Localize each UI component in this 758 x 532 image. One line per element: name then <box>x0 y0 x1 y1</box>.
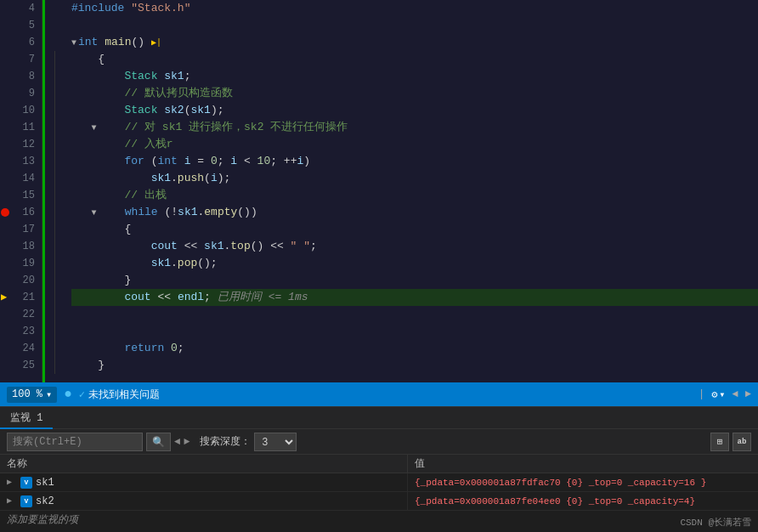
watch-row-sk2[interactable]: ▶ V sk2 {_pdata=0x000001a87fe04ee0 {0} _… <box>0 492 758 511</box>
line-num-24: 24 <box>17 340 35 357</box>
code-line-4: #include "Stack.h" <box>71 0 758 17</box>
code-line-17: { <box>71 221 758 238</box>
watch-table: 名称 值 ▶ V sk1 {_pdata=0x000001a87fdfac70 … <box>0 455 758 529</box>
eye-icon: ⊞ <box>717 436 723 447</box>
code-line-12: // 入栈r <box>71 136 758 153</box>
zoom-control[interactable]: 100 % ▾ <box>7 387 57 403</box>
code-line-23 <box>71 323 758 340</box>
code-line-9: // 默认拷贝构造函数 <box>71 85 758 102</box>
editor-area: ▶ 4 5 6 7 8 9 10 11 12 13 14 15 <box>0 0 758 382</box>
settings-icon: ⚙ <box>711 388 717 401</box>
expand-arrow-sk1[interactable]: ▶ <box>7 473 17 492</box>
line-num-5: 5 <box>17 17 35 34</box>
gutter-line-13 <box>0 153 10 170</box>
gutter-line-16 <box>0 204 10 221</box>
expand-arrow-sk2[interactable]: ▶ <box>7 492 17 511</box>
add-watch-item[interactable]: 添加要监视的项 <box>0 511 758 529</box>
code-line-16: ▼ while (!sk1.empty()) <box>71 204 758 221</box>
code-line-20: } <box>71 272 758 289</box>
line-num-12: 12 <box>17 136 35 153</box>
line-num-16: 16 <box>17 204 35 221</box>
line-num-9: 9 <box>17 85 35 102</box>
gutter-line-23 <box>0 323 10 340</box>
code-line-19: sk1.pop(); <box>71 255 758 272</box>
search-nav: ◄ ► <box>174 436 190 448</box>
code-container: ▶ 4 5 6 7 8 9 10 11 12 13 14 15 <box>0 0 758 382</box>
gutter-line-14 <box>0 170 10 187</box>
watch-row-sk1[interactable]: ▶ V sk1 {_pdata=0x000001a87fdfac70 {0} _… <box>0 473 758 492</box>
line-num-14: 14 <box>17 170 35 187</box>
status-bar: 100 % ▾ ● ✓ 未找到相关问题 | ⚙ ▾ ◄ ► <box>0 382 758 406</box>
nav-arrow-left[interactable]: ◄ <box>733 388 738 400</box>
gutter-line-24 <box>0 340 10 357</box>
watch-header: 名称 值 <box>0 455 758 473</box>
code-lines[interactable]: #include "Stack.h" ▼int main() ▶| { Stac… <box>65 0 758 382</box>
line-num-10: 10 <box>17 102 35 119</box>
indent-gutter <box>48 0 65 382</box>
code-line-6: ▼int main() ▶| <box>71 34 758 51</box>
gutter-line-11 <box>0 119 10 136</box>
code-line-10: Stack sk2(sk1); <box>71 102 758 119</box>
nav-arrow-right[interactable]: ► <box>745 388 751 400</box>
line-num-17: 17 <box>17 221 35 238</box>
gutter-line-7 <box>0 51 10 68</box>
col-name-header: 名称 <box>0 455 408 473</box>
watermark: CSDN @长满若雪 <box>680 516 751 529</box>
zoom-dropdown-icon[interactable]: ▾ <box>46 388 52 401</box>
gutter-line-6 <box>0 34 10 51</box>
line-num-15: 15 <box>17 187 35 204</box>
watch-toolbar: 🔍 ◄ ► 搜索深度： 3 1 2 4 5 ⊞ ab <box>0 429 758 455</box>
line-num-13: 13 <box>17 153 35 170</box>
watch-icon-2[interactable]: ab <box>733 433 751 451</box>
code-line-25: } <box>71 357 758 374</box>
line-num-20: 20 <box>17 272 35 289</box>
code-line-21: cout << endl;已用时间 <= 1ms <box>71 289 758 306</box>
line-num-11: 11 <box>17 119 35 136</box>
code-line-14: sk1.push(i); <box>71 170 758 187</box>
watch-icon-1[interactable]: ⊞ <box>710 433 729 451</box>
gutter-line-9 <box>0 85 10 102</box>
status-icon: ● <box>64 387 72 402</box>
line-num-23: 23 <box>17 323 35 340</box>
status-separator: | <box>699 388 704 400</box>
code-line-11: ▼ // 对 sk1 进行操作，sk2 不进行任何操作 <box>71 119 758 136</box>
gutter-line-4 <box>0 0 10 17</box>
value-cell-sk1: {_pdata=0x000001a87fdfac70 {0} _top=0 _c… <box>408 473 758 491</box>
abc-icon: ab <box>738 438 747 446</box>
settings-dropdown-icon[interactable]: ▾ <box>719 388 725 401</box>
watch-icons: ⊞ ab <box>710 433 751 451</box>
value-cell-sk2: {_pdata=0x000001a87fe04ee0 {0} _top=0 _c… <box>408 492 758 510</box>
search-input[interactable] <box>7 433 143 451</box>
search-button[interactable]: 🔍 <box>146 433 171 451</box>
tab-watch-1[interactable]: 监视 1 <box>0 407 53 429</box>
status-ok-area: ✓ 未找到相关问题 <box>79 388 692 402</box>
nav-prev-icon[interactable]: ◄ <box>174 436 180 448</box>
gutter-line-25 <box>0 357 10 374</box>
status-check-icon: ✓ <box>79 388 85 401</box>
gutter-line-12 <box>0 136 10 153</box>
gutter-line-18 <box>0 238 10 255</box>
depth-label: 搜索深度： <box>200 434 251 449</box>
depth-select[interactable]: 3 1 2 4 5 <box>254 433 297 451</box>
gutter-line-21: ▶ <box>0 289 10 306</box>
var-name-sk2: sk2 <box>36 492 54 511</box>
code-line-15: // 出栈 <box>71 187 758 204</box>
bottom-panel: 监视 1 🔍 ◄ ► 搜索深度： 3 1 2 4 5 ⊞ <box>0 406 758 532</box>
status-text: 未找到相关问题 <box>88 388 160 402</box>
code-line-8: Stack sk1; <box>71 68 758 85</box>
nav-next-icon[interactable]: ► <box>184 436 190 448</box>
var-icon-sk2: V <box>20 495 32 507</box>
breakpoint-gutter[interactable]: ▶ <box>0 0 10 382</box>
code-line-7: { <box>71 51 758 68</box>
line-num-18: 18 <box>17 238 35 255</box>
gutter-line-10 <box>0 102 10 119</box>
line-num-4: 4 <box>17 0 35 17</box>
code-line-5 <box>71 17 758 34</box>
line-num-21: 21 <box>17 289 35 306</box>
code-line-18: cout << sk1.top() << " "; <box>71 238 758 255</box>
line-num-6: 6 <box>17 34 35 51</box>
line-num-25: 25 <box>17 357 35 374</box>
gutter-line-8 <box>0 68 10 85</box>
settings-control[interactable]: ⚙ ▾ <box>711 388 725 401</box>
line-numbers: 4 5 6 7 8 9 10 11 12 13 14 15 16 17 18 1… <box>10 0 42 382</box>
